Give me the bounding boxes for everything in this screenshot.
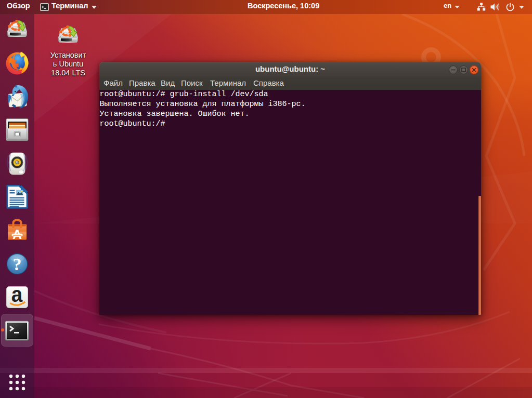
svg-text:?: ? <box>13 255 22 274</box>
